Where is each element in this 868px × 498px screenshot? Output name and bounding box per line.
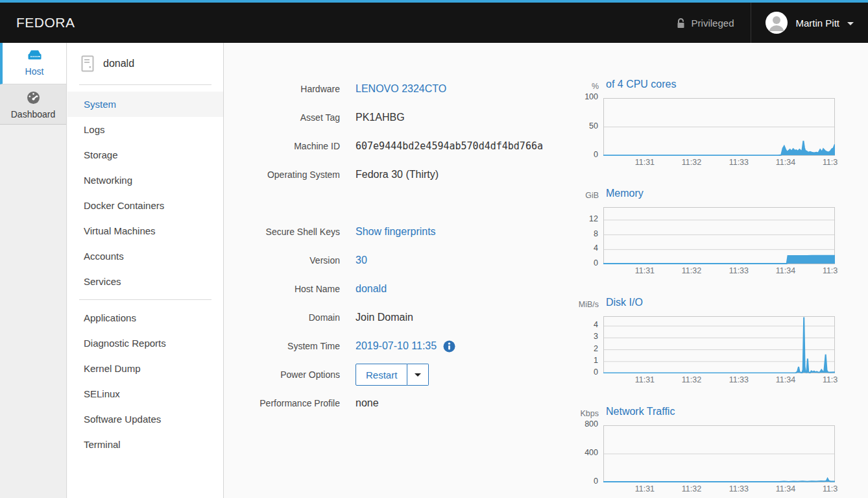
memory-chart-plot bbox=[603, 207, 835, 264]
y-tick-label: 4 bbox=[559, 320, 598, 329]
power-options-split-button: Restart bbox=[356, 364, 429, 386]
x-tick-label: 11:34 bbox=[774, 158, 797, 167]
asset-tag-value: PK1AHBG bbox=[356, 112, 405, 123]
sidebar-item-services[interactable]: Services bbox=[67, 269, 223, 294]
sidebar-item-applications[interactable]: Applications bbox=[67, 305, 223, 330]
machine-id-value: 607e9444bd2e4594ab570d4df4bd766a bbox=[356, 140, 543, 152]
network-traffic-chart-title-link[interactable]: Network Traffic bbox=[606, 406, 675, 417]
show-fingerprints-link[interactable]: Show fingerprints bbox=[356, 226, 436, 238]
memory-chart-title-link[interactable]: Memory bbox=[606, 188, 644, 199]
memory-chart-unit: GiB bbox=[551, 191, 599, 200]
domain-label: Domain bbox=[224, 312, 340, 323]
privileged-label: Privileged bbox=[692, 18, 734, 29]
cpu-chart-plot bbox=[603, 98, 835, 156]
caret-down-icon bbox=[415, 373, 421, 377]
y-tick-label: 50 bbox=[559, 121, 598, 131]
sidebar-item-selinux[interactable]: SELinux bbox=[67, 381, 223, 406]
lock-open-icon bbox=[676, 18, 686, 29]
restart-button[interactable]: Restart bbox=[356, 364, 407, 386]
y-tick-label: 0 bbox=[559, 258, 598, 268]
restart-dropdown-toggle[interactable] bbox=[407, 364, 429, 386]
sidebar-item-software-updates[interactable]: Software Updates bbox=[67, 406, 223, 432]
version-label: Version bbox=[224, 255, 340, 266]
operating-system-label: Operating System bbox=[224, 169, 340, 180]
privileged-indicator[interactable]: Privileged bbox=[659, 3, 751, 43]
x-tick-label: 11:32 bbox=[680, 375, 703, 384]
network-traffic-chart-unit: Kbps bbox=[551, 409, 599, 418]
sidebar-item-storage[interactable]: Storage bbox=[67, 142, 223, 168]
sidebar-item-virtual-machines[interactable]: Virtual Machines bbox=[67, 218, 223, 243]
y-tick-label: 0 bbox=[559, 367, 598, 377]
version-link[interactable]: 30 bbox=[356, 255, 367, 266]
system-info-form: Hardware LENOVO 2324CTO Asset Tag PK1AHB… bbox=[224, 75, 587, 417]
x-tick-label: 11:33 bbox=[727, 484, 751, 493]
y-tick-label: 0 bbox=[559, 477, 598, 486]
sidebar-item-docker-containers[interactable]: Docker Containers bbox=[67, 193, 223, 218]
gauge-icon bbox=[26, 90, 41, 105]
sidebar-menu: System Logs Storage Networking Docker Co… bbox=[67, 92, 223, 294]
disk-io-chart-title-link[interactable]: Disk I/O bbox=[606, 297, 643, 308]
x-tick-label: 11:31 bbox=[633, 484, 657, 493]
y-tick-label: 2 bbox=[559, 344, 598, 353]
sidebar-host-header: donald bbox=[79, 43, 211, 85]
x-tick-label: 11:33 bbox=[727, 375, 751, 384]
sidebar-divider bbox=[79, 299, 211, 300]
x-tick-label: 11:33 bbox=[727, 158, 751, 167]
user-menu[interactable]: Martin Pitt bbox=[751, 3, 868, 43]
rail-item-host[interactable]: Host bbox=[0, 43, 66, 84]
x-tick-label: 11:35 bbox=[821, 484, 838, 493]
memory-chart-xaxis: 11:3111:3211:3311:3411:35 bbox=[603, 266, 838, 278]
performance-profile-value: none bbox=[356, 397, 379, 409]
performance-profile-label: Performance Profile bbox=[224, 398, 340, 408]
secure-shell-keys-label: Secure Shell Keys bbox=[224, 227, 340, 237]
x-tick-label: 11:34 bbox=[774, 375, 797, 384]
x-tick-label: 11:35 bbox=[821, 158, 838, 167]
x-tick-label: 11:31 bbox=[633, 266, 657, 275]
rail-dashboard-label: Dashboard bbox=[0, 109, 66, 119]
info-circle-icon[interactable] bbox=[443, 340, 455, 353]
operating-system-value: Fedora 30 (Thirty) bbox=[356, 169, 439, 181]
disk-io-chart-xaxis: 11:3111:3211:3311:3411:35 bbox=[603, 375, 838, 387]
sidebar-item-logs[interactable]: Logs bbox=[67, 117, 223, 142]
hardware-label: Hardware bbox=[224, 84, 340, 94]
x-tick-label: 11:31 bbox=[633, 375, 657, 384]
y-tick-label: 1 bbox=[559, 356, 598, 365]
sidebar-item-terminal[interactable]: Terminal bbox=[67, 432, 223, 457]
rail-item-dashboard[interactable]: Dashboard bbox=[0, 84, 66, 125]
server-icon bbox=[26, 49, 43, 62]
sidebar-item-accounts[interactable]: Accounts bbox=[67, 243, 223, 269]
sidebar-item-diagnostic-reports[interactable]: Diagnostic Reports bbox=[67, 330, 223, 356]
join-domain-button[interactable]: Join Domain bbox=[356, 312, 413, 323]
sidebar-host-name: donald bbox=[103, 58, 134, 69]
y-tick-label: 400 bbox=[559, 448, 598, 457]
cpu-chart-unit: % bbox=[551, 82, 599, 91]
x-tick-label: 11:35 bbox=[821, 375, 838, 384]
sidebar-menu-secondary: Applications Diagnostic Reports Kernel D… bbox=[67, 305, 223, 457]
caret-down-icon bbox=[847, 22, 854, 25]
host-name-label: Host Name bbox=[224, 284, 340, 294]
sidebar-item-system[interactable]: System bbox=[67, 92, 223, 117]
host-name-link[interactable]: donald bbox=[356, 283, 387, 295]
y-tick-label: 3 bbox=[559, 332, 598, 341]
sidebar-item-kernel-dump[interactable]: Kernel Dump bbox=[67, 356, 223, 381]
avatar bbox=[766, 12, 788, 34]
x-tick-label: 11:32 bbox=[680, 484, 703, 493]
hardware-link[interactable]: LENOVO 2324CTO bbox=[356, 83, 446, 95]
x-tick-label: 11:33 bbox=[727, 266, 751, 275]
network-traffic-chart: Kbps Network Traffic 11:3111:3211:3311:3… bbox=[551, 406, 843, 498]
sidebar-item-networking[interactable]: Networking bbox=[67, 168, 223, 193]
main-content: Hardware LENOVO 2324CTO Asset Tag PK1AHB… bbox=[224, 43, 868, 498]
x-tick-label: 11:32 bbox=[680, 158, 703, 167]
cpu-chart-title-link[interactable]: of 4 CPU cores bbox=[606, 79, 676, 90]
system-time-link[interactable]: 2019-07-10 11:35 bbox=[356, 340, 437, 352]
machine-id-label: Machine ID bbox=[224, 141, 340, 151]
cpu-chart-xaxis: 11:3111:3211:3311:3411:35 bbox=[603, 158, 838, 169]
disk-io-chart-plot bbox=[603, 316, 835, 373]
server-outline-icon bbox=[81, 55, 94, 72]
disk-io-chart-unit: MiB/s bbox=[551, 300, 599, 309]
y-tick-label: 0 bbox=[559, 150, 598, 159]
y-tick-label: 800 bbox=[559, 419, 598, 429]
left-rail: Host Dashboard bbox=[0, 43, 67, 498]
x-tick-label: 11:34 bbox=[774, 484, 797, 493]
brand-logo: FEDORA bbox=[16, 15, 75, 31]
